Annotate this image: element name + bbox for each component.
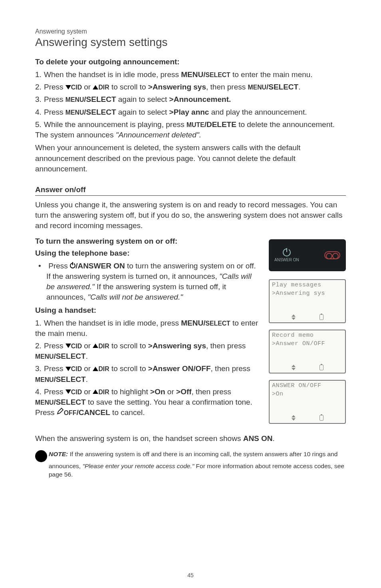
arrow-down-icon [65, 344, 71, 348]
step-number: 4. [35, 107, 44, 117]
arrow-up-icon [93, 344, 98, 348]
text: . [86, 352, 88, 360]
arrow-down-icon [65, 389, 71, 394]
text-italic: "Calls will not be answered." [88, 293, 183, 301]
text: Press [44, 364, 65, 373]
answer-on-button-illustration: ANSWER ON [269, 239, 346, 271]
lcd-screen-3: ANSWER ON/OFF >On [269, 380, 346, 424]
step-4: 4.Press CID or DIR to highlight >On or >… [35, 387, 262, 419]
text: CID [71, 343, 82, 350]
text: /SELECT [54, 398, 85, 406]
text: to cancel. [110, 408, 145, 417]
lcd-line: Play messages [270, 280, 345, 288]
step-number: 4. [35, 387, 44, 397]
heading-answer-onoff: Answer on/off [35, 185, 346, 196]
step-2: 2.Press CID or DIR to scroll to >Answeri… [35, 82, 346, 92]
step-number: 1. [35, 70, 44, 80]
text: again to select [116, 108, 169, 116]
page-number: 45 [0, 572, 381, 578]
bullet-base: Press /ANSWER ON to turn the answering s… [35, 261, 262, 303]
nav-arrows-icon [292, 314, 296, 320]
text: While the announcement is playing, press [44, 120, 187, 129]
text: and play the announcement. [209, 108, 307, 116]
step-4: 4.Press MENU/SELECT again to select >Pla… [35, 107, 346, 117]
answer-on-label: ANSWER ON [274, 258, 299, 262]
text: DIR [98, 366, 109, 372]
nav-arrows-icon [292, 415, 296, 421]
text: CID [71, 366, 82, 372]
paragraph: Unless you change it, the answering syst… [35, 200, 346, 231]
text: OFF [64, 409, 77, 416]
text: >Answer ON/OFF [148, 364, 211, 373]
text: or [82, 342, 93, 350]
text: /SELECT [84, 95, 116, 103]
text: to scroll to [109, 342, 148, 350]
power-icon [70, 263, 75, 268]
text: DIR [98, 84, 109, 91]
text: SELECT [205, 72, 230, 78]
text: ANS ON [243, 434, 273, 443]
battery-icon [319, 314, 323, 320]
text: CID [71, 84, 82, 91]
text: >Announcement. [169, 95, 231, 103]
text: >Play annc [169, 108, 209, 116]
text: Press [44, 342, 65, 350]
tape-icon [324, 251, 340, 259]
lcd-line: >Answering sys [270, 288, 345, 297]
text: or [82, 364, 93, 373]
breadcrumb: Answering system [35, 28, 346, 35]
text: /DELETE [204, 120, 236, 129]
text: MENU/ [181, 70, 205, 79]
paragraph: When your announcement is deleted, the s… [35, 143, 346, 174]
step-3: 3.Press CID or DIR to scroll to >Answer … [35, 364, 262, 384]
steps-handset: 1.When the handset is in idle mode, pres… [35, 318, 262, 419]
section-title: Answering system settings [35, 36, 346, 49]
text: When the handset is in idle mode, press [44, 70, 181, 79]
text: MENU/ [181, 319, 205, 327]
text: Press [44, 95, 65, 103]
text: Press [44, 83, 65, 91]
step-number: 2. [35, 341, 44, 351]
lcd-line: >On [270, 389, 345, 397]
power-icon [283, 248, 291, 256]
text: /CANCEL [76, 408, 110, 417]
text: Press [44, 387, 65, 396]
text: When the handset is in idle mode, press [44, 319, 181, 327]
text: SELECT [205, 320, 230, 327]
text: Press [44, 108, 65, 116]
text: or [82, 387, 93, 396]
heading-using-handset: Using a handset: [35, 306, 262, 315]
steps-delete: 1.When the handset is in idle mode, pres… [35, 70, 346, 140]
text: or [165, 387, 176, 396]
text: , then press [211, 364, 250, 373]
note-label: NOTE: [49, 451, 68, 457]
text: MENU [65, 96, 84, 103]
text: >On [150, 387, 165, 396]
step-1: 1.When the handset is in idle mode, pres… [35, 318, 262, 339]
text: MUTE [187, 121, 204, 128]
step-5: 5.While the announcement is playing, pre… [35, 119, 346, 140]
arrow-down-icon [65, 367, 71, 371]
text: to scroll to [109, 364, 148, 373]
note: iNOTE: If the answering system is off an… [35, 450, 346, 479]
text: DIR [98, 389, 109, 395]
text: /SELECT [54, 375, 85, 383]
text: >Answering sys [148, 342, 206, 350]
text: or [82, 83, 93, 91]
text: Press [48, 262, 70, 270]
paragraph: When the answering system is on, the han… [35, 433, 346, 444]
text: MENU [35, 376, 54, 383]
text: . [273, 434, 275, 443]
step-number: 3. [35, 94, 44, 105]
lcd-screen-1: Play messages >Answering sys [269, 279, 346, 323]
step-number: 2. [35, 82, 44, 92]
battery-icon [319, 415, 323, 421]
text: CID [71, 389, 82, 395]
text: /SELECT [54, 352, 85, 360]
text: >Off [176, 387, 192, 396]
text: again to select [116, 95, 169, 103]
step-number: 1. [35, 318, 44, 328]
nav-arrows-icon [292, 365, 296, 370]
text: When the answering system is on, the han… [35, 434, 243, 443]
info-icon: i [35, 450, 47, 462]
